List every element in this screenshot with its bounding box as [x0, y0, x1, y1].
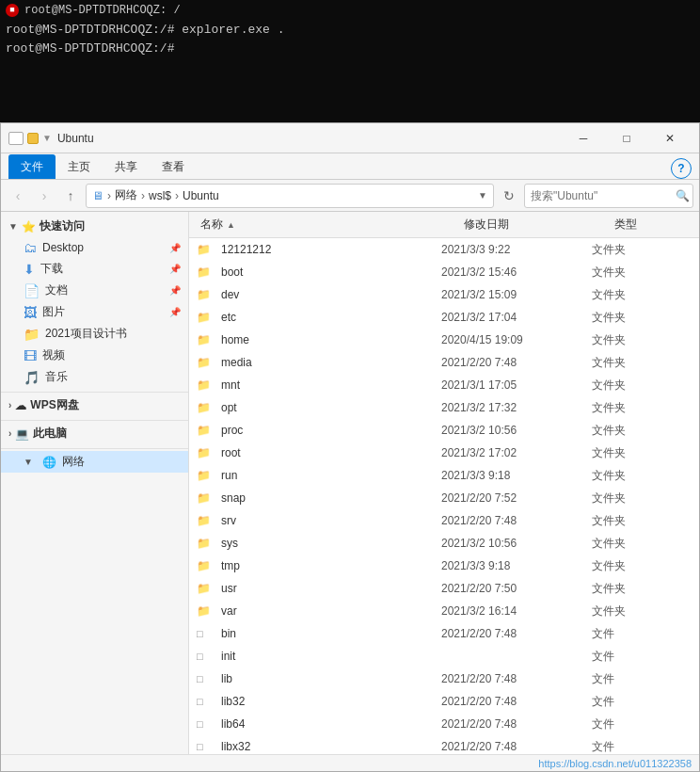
tab-share[interactable]: 共享: [103, 154, 150, 179]
file-date: 2021/3/3 9:18: [441, 559, 592, 572]
file-date: 2021/2/20 7:52: [441, 491, 592, 505]
table-row[interactable]: 📁sys2021/3/2 10:56文件夹: [189, 532, 699, 555]
file-list: 名称 ▲ 修改日期 类型 📁121212122021/3/3 9:22文件夹📁b…: [189, 212, 699, 754]
table-row[interactable]: 📁121212122021/3/3 9:22文件夹: [189, 238, 699, 261]
table-row[interactable]: 📁tmp2021/3/3 9:18文件夹: [189, 555, 699, 577]
folder-icon: 📁: [197, 424, 214, 437]
quick-access-icon: ⭐: [22, 220, 36, 233]
ribbon-tabs: 文件 主页 共享 查看 ?: [1, 153, 699, 180]
file-type: 文件: [592, 626, 667, 642]
path-dropdown-arrow[interactable]: ▼: [478, 190, 487, 201]
table-row[interactable]: 📁srv2021/2/20 7:48文件夹: [189, 509, 699, 532]
sidebar-header-wps[interactable]: › ☁ WPS网盘: [1, 394, 188, 416]
file-rows-container: 📁121212122021/3/3 9:22文件夹📁boot2021/3/2 1…: [189, 238, 699, 754]
sidebar-item-video[interactable]: 🎞 视频: [1, 345, 188, 366]
terminal-icon: ■: [6, 4, 19, 17]
table-row[interactable]: 📁boot2021/3/2 15:46文件夹: [189, 261, 699, 283]
file-icon: □: [197, 651, 214, 662]
video-label: 视频: [42, 347, 65, 363]
this-pc-label: 此电脑: [33, 426, 67, 442]
music-label: 音乐: [45, 369, 68, 385]
file-date: 2021/3/2 15:46: [441, 265, 592, 279]
table-row[interactable]: □bin2021/2/20 7:48文件: [189, 622, 699, 645]
folder-icon: 📁: [197, 559, 214, 572]
titlebar-controls: ─ □ ✕: [562, 123, 692, 153]
table-row[interactable]: 📁etc2021/3/2 17:04文件夹: [189, 306, 699, 329]
docs-label: 文档: [45, 282, 68, 298]
sidebar-section-wps: › ☁ WPS网盘: [1, 394, 188, 416]
table-row[interactable]: 📁dev2021/3/2 15:09文件夹: [189, 283, 699, 306]
address-bar: ‹ › ↑ 🖥 › 网络 › wsl$ › Ubuntu ▼ ↻ 🔍: [1, 180, 699, 212]
col-header-date[interactable]: 修改日期: [460, 212, 611, 237]
sidebar-item-docs[interactable]: 📄 文档 📌: [1, 280, 188, 301]
table-row[interactable]: 📁usr2021/2/20 7:50文件夹: [189, 577, 699, 600]
help-button[interactable]: ?: [671, 158, 692, 179]
sidebar-section-quick-access: ▼ ⭐ 快速访问 🗂 Desktop 📌 ⬇ 下载 📌 📄 文档: [1, 216, 188, 388]
refresh-button[interactable]: ↻: [498, 185, 520, 207]
table-row[interactable]: 📁run2021/3/3 9:18文件夹: [189, 464, 699, 487]
back-button[interactable]: ‹: [7, 185, 29, 207]
titlebar: ▼ Ubuntu ─ □ ✕: [1, 123, 699, 153]
table-row[interactable]: □lib642021/2/20 7:48文件: [189, 713, 699, 735]
explorer-window: ▼ Ubuntu ─ □ ✕ 文件 主页 共享 查看 ? ‹ › ↑ 🖥 › 网…: [0, 122, 700, 772]
maximize-button[interactable]: □: [605, 123, 648, 153]
sidebar-item-pictures[interactable]: 🖼 图片 📌: [1, 301, 188, 323]
table-row[interactable]: 📁root2021/3/2 17:02文件夹: [189, 442, 699, 464]
this-pc-arrow: ›: [8, 428, 11, 439]
file-date: 2021/2/20 7:48: [441, 740, 592, 753]
network-arrow: ▼: [24, 457, 33, 467]
file-type: 文件夹: [592, 242, 667, 258]
col-header-name[interactable]: 名称 ▲: [197, 212, 460, 237]
file-name: □lib: [197, 672, 441, 685]
table-row[interactable]: 📁mnt2021/3/1 17:05文件夹: [189, 374, 699, 396]
table-row[interactable]: □init文件: [189, 645, 699, 667]
address-path[interactable]: 🖥 › 网络 › wsl$ › Ubuntu ▼: [86, 184, 494, 208]
sidebar-header-quick-access[interactable]: ▼ ⭐ 快速访问: [1, 216, 188, 237]
table-row[interactable]: 📁opt2021/3/2 17:32文件夹: [189, 396, 699, 419]
tab-home[interactable]: 主页: [56, 154, 103, 179]
wps-icon: ☁: [15, 399, 26, 412]
folder-icon: 📁: [197, 469, 214, 482]
sidebar-header-this-pc[interactable]: › 💻 此电脑: [1, 423, 188, 444]
this-pc-icon: 💻: [15, 427, 29, 441]
file-date: 2021/2/20 7:50: [441, 582, 592, 595]
up-button[interactable]: ↑: [59, 185, 82, 207]
minimize-button[interactable]: ─: [562, 123, 605, 153]
close-button[interactable]: ✕: [648, 123, 692, 153]
tab-view[interactable]: 查看: [150, 154, 197, 179]
project-label: 2021项目设计书: [45, 326, 127, 342]
sidebar-item-project[interactable]: 📁 2021项目设计书: [1, 323, 188, 345]
table-row[interactable]: 📁media2021/2/20 7:48文件夹: [189, 351, 699, 374]
search-icon: 🔍: [676, 189, 690, 202]
path-network[interactable]: 网络: [115, 187, 137, 203]
table-row[interactable]: □libx322021/2/20 7:48文件: [189, 735, 699, 754]
table-row[interactable]: 📁home2020/4/15 19:09文件夹: [189, 329, 699, 351]
search-box[interactable]: 🔍: [524, 184, 693, 208]
file-date: 2021/3/1 17:05: [441, 378, 592, 392]
docs-folder-icon: 📄: [24, 283, 40, 298]
table-row[interactable]: □lib2021/2/20 7:48文件: [189, 667, 699, 690]
name-sort-arrow: ▲: [227, 220, 235, 230]
file-type: 文件夹: [592, 423, 667, 439]
file-type: 文件: [592, 716, 667, 732]
table-row[interactable]: 📁snap2021/2/20 7:52文件夹: [189, 487, 699, 509]
sidebar-item-network[interactable]: ▼ 🌐 网络: [1, 451, 188, 473]
folder-icon: 📁: [197, 378, 214, 392]
file-name: 📁12121212: [197, 243, 441, 256]
file-name: 📁root: [197, 446, 441, 459]
sidebar-item-music[interactable]: 🎵 音乐: [1, 366, 188, 388]
search-input[interactable]: [531, 189, 672, 202]
table-row[interactable]: 📁proc2021/3/2 10:56文件夹: [189, 419, 699, 442]
col-header-type[interactable]: 类型: [611, 212, 686, 237]
path-wsl[interactable]: wsl$: [149, 189, 171, 202]
file-type: 文件夹: [592, 265, 667, 281]
sidebar-item-download[interactable]: ⬇ 下载 📌: [1, 258, 188, 280]
tab-file[interactable]: 文件: [8, 154, 56, 179]
table-row[interactable]: □lib322021/2/20 7:48文件: [189, 690, 699, 713]
sidebar-item-desktop[interactable]: 🗂 Desktop 📌: [1, 237, 188, 258]
download-folder-icon: ⬇: [24, 262, 35, 277]
desktop-label: Desktop: [42, 241, 84, 254]
table-row[interactable]: 📁var2021/3/2 16:14文件夹: [189, 600, 699, 622]
path-ubuntu[interactable]: Ubuntu: [183, 189, 219, 202]
forward-button[interactable]: ›: [33, 185, 56, 207]
